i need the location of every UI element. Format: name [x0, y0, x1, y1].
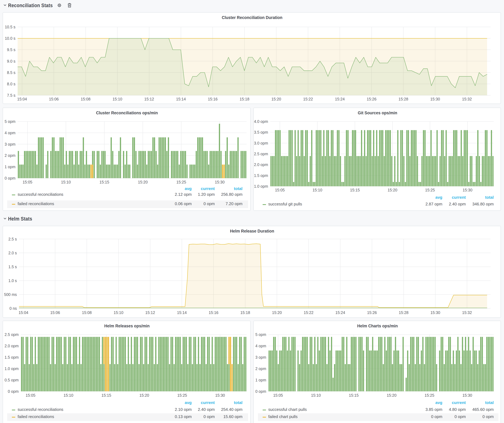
svg-text:15:06: 15:06: [50, 310, 60, 315]
svg-text:5 opm: 5 opm: [5, 119, 15, 124]
svg-text:0 opm: 0 opm: [255, 389, 266, 394]
svg-text:15:20: 15:20: [387, 393, 396, 397]
svg-text:15:14: 15:14: [177, 310, 187, 315]
svg-text:15:30: 15:30: [462, 188, 472, 192]
svg-text:15:15: 15:15: [349, 393, 359, 397]
svg-text:2.5 s: 2.5 s: [8, 237, 17, 241]
svg-text:500 ms: 500 ms: [4, 292, 17, 297]
svg-text:3 opm: 3 opm: [255, 355, 266, 359]
svg-text:15:08: 15:08: [82, 310, 92, 315]
svg-text:15:06: 15:06: [49, 97, 59, 101]
svg-text:3 opm: 3 opm: [5, 142, 15, 147]
svg-text:15:30: 15:30: [462, 393, 472, 397]
svg-text:15:10: 15:10: [113, 97, 122, 101]
svg-text:15:30: 15:30: [215, 180, 225, 184]
svg-text:15:05: 15:05: [275, 188, 285, 192]
svg-text:2.5 opm: 2.5 opm: [5, 332, 18, 337]
svg-text:15:22: 15:22: [303, 97, 313, 101]
svg-text:15:12: 15:12: [144, 97, 154, 101]
svg-text:9.0 s: 9.0 s: [7, 59, 15, 63]
svg-text:3.0 opm: 3.0 opm: [254, 141, 268, 145]
svg-text:4 opm: 4 opm: [5, 131, 15, 135]
svg-text:4.0 opm: 4.0 opm: [254, 119, 268, 124]
svg-text:10.0 s: 10.0 s: [5, 36, 15, 41]
svg-text:15:10: 15:10: [64, 393, 73, 397]
svg-text:15:24: 15:24: [335, 310, 345, 315]
svg-text:15:25: 15:25: [425, 393, 434, 397]
svg-text:8.0 s: 8.0 s: [7, 82, 15, 86]
svg-text:15:32: 15:32: [462, 97, 472, 101]
svg-text:15:32: 15:32: [462, 310, 472, 315]
svg-text:15:30: 15:30: [431, 310, 440, 315]
svg-text:15:16: 15:16: [208, 97, 218, 101]
svg-text:15:28: 15:28: [399, 310, 409, 315]
svg-text:15:28: 15:28: [398, 97, 408, 101]
svg-text:15:30: 15:30: [430, 97, 440, 101]
svg-text:8.5 s: 8.5 s: [7, 70, 15, 75]
svg-text:1.0 opm: 1.0 opm: [254, 184, 268, 188]
svg-text:1 opm: 1 opm: [255, 378, 266, 382]
svg-text:1.0 opm: 1.0 opm: [5, 366, 18, 371]
svg-text:9.5 s: 9.5 s: [7, 47, 15, 52]
svg-text:15:25: 15:25: [177, 393, 187, 397]
svg-text:15:20: 15:20: [271, 97, 281, 101]
svg-text:15:04: 15:04: [18, 310, 28, 315]
svg-text:15:26: 15:26: [367, 310, 377, 315]
svg-text:15:05: 15:05: [23, 180, 32, 184]
svg-text:15:14: 15:14: [176, 97, 186, 101]
svg-text:0 ns: 0 ns: [10, 306, 17, 311]
svg-text:15:25: 15:25: [176, 180, 186, 184]
svg-text:1.5 opm: 1.5 opm: [5, 355, 18, 359]
svg-text:1 opm: 1 opm: [5, 165, 15, 169]
svg-text:4 opm: 4 opm: [255, 344, 266, 348]
svg-text:15:18: 15:18: [240, 310, 250, 315]
svg-text:10.5 s: 10.5 s: [5, 25, 15, 29]
svg-text:15:05: 15:05: [273, 393, 283, 397]
svg-text:15:12: 15:12: [145, 310, 155, 315]
svg-text:15:20: 15:20: [138, 180, 148, 184]
svg-text:15:25: 15:25: [425, 188, 435, 192]
svg-text:15:10: 15:10: [114, 310, 123, 315]
svg-text:2 opm: 2 opm: [5, 153, 15, 158]
svg-text:2.0 opm: 2.0 opm: [5, 344, 18, 348]
svg-text:15:20: 15:20: [139, 393, 149, 397]
svg-text:5 opm: 5 opm: [255, 332, 266, 337]
svg-text:15:16: 15:16: [209, 310, 218, 315]
svg-text:2.0 opm: 2.0 opm: [254, 162, 268, 167]
svg-text:2 opm: 2 opm: [255, 366, 266, 371]
svg-text:0.5 opm: 0.5 opm: [5, 378, 18, 382]
svg-text:15:24: 15:24: [335, 97, 345, 101]
svg-text:15:05: 15:05: [26, 393, 36, 397]
svg-text:1.5 opm: 1.5 opm: [254, 173, 268, 178]
svg-text:15:10: 15:10: [61, 180, 71, 184]
svg-text:0 opm: 0 opm: [8, 389, 18, 394]
svg-text:15:22: 15:22: [304, 310, 313, 315]
svg-text:1.0 s: 1.0 s: [8, 278, 17, 283]
svg-text:2.0 s: 2.0 s: [8, 251, 17, 255]
svg-text:15:08: 15:08: [81, 97, 90, 101]
svg-text:15:10: 15:10: [312, 188, 322, 192]
svg-text:15:30: 15:30: [215, 393, 225, 397]
svg-text:15:20: 15:20: [387, 188, 397, 192]
svg-text:15:15: 15:15: [350, 188, 360, 192]
svg-text:15:15: 15:15: [99, 180, 109, 184]
svg-text:15:20: 15:20: [272, 310, 282, 315]
svg-text:3.5 opm: 3.5 opm: [254, 130, 268, 135]
svg-text:0 opm: 0 opm: [5, 176, 15, 180]
svg-text:15:04: 15:04: [17, 97, 27, 101]
svg-text:15:10: 15:10: [311, 393, 321, 397]
svg-text:1.5 s: 1.5 s: [8, 264, 17, 269]
svg-text:2.5 opm: 2.5 opm: [254, 152, 268, 156]
svg-text:15:18: 15:18: [240, 97, 250, 101]
svg-text:7.5 s: 7.5 s: [7, 93, 15, 98]
svg-text:15:15: 15:15: [102, 393, 111, 397]
svg-text:15:26: 15:26: [367, 97, 377, 101]
